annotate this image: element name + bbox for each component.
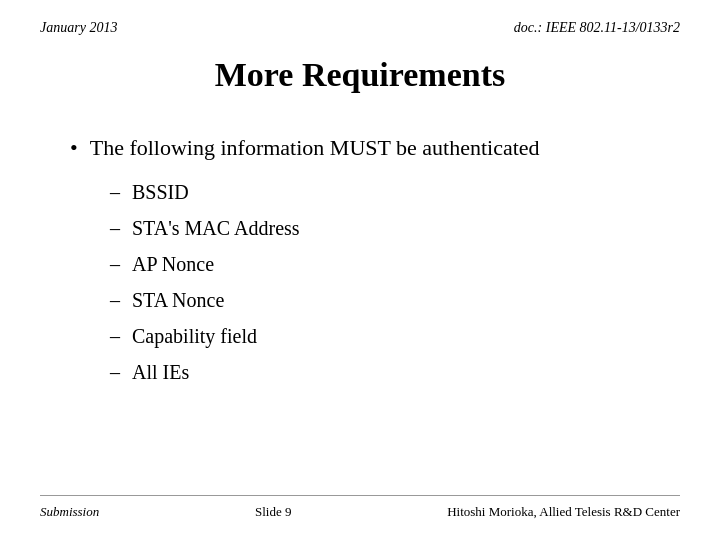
dash-icon: – xyxy=(110,251,120,277)
slide: January 2013 doc.: IEEE 802.11-13/0133r2… xyxy=(0,0,720,540)
footer-author: Hitoshi Morioka, Allied Telesis R&D Cent… xyxy=(447,504,680,520)
dash-icon: – xyxy=(110,359,120,385)
main-bullet-text: The following information MUST be authen… xyxy=(90,134,540,163)
sub-bullet-text-1: BSSID xyxy=(132,179,189,205)
list-item: – STA's MAC Address xyxy=(110,215,680,241)
sub-bullets-list: – BSSID – STA's MAC Address – AP Nonce –… xyxy=(110,179,680,385)
bullet-dot: • xyxy=(70,134,78,163)
dash-icon: – xyxy=(110,215,120,241)
dash-icon: – xyxy=(110,179,120,205)
list-item: – All IEs xyxy=(110,359,680,385)
list-item: – STA Nonce xyxy=(110,287,680,313)
list-item: – BSSID xyxy=(110,179,680,205)
dash-icon: – xyxy=(110,287,120,313)
main-bullet: • The following information MUST be auth… xyxy=(70,134,680,163)
sub-bullet-text-6: All IEs xyxy=(132,359,189,385)
content: • The following information MUST be auth… xyxy=(40,124,680,495)
slide-title: More Requirements xyxy=(40,56,680,94)
sub-bullet-text-4: STA Nonce xyxy=(132,287,224,313)
footer: Submission Slide 9 Hitoshi Morioka, Alli… xyxy=(40,495,680,520)
title-section: More Requirements xyxy=(40,56,680,94)
footer-slide-number: Slide 9 xyxy=(255,504,291,520)
sub-bullet-text-3: AP Nonce xyxy=(132,251,214,277)
footer-submission: Submission xyxy=(40,504,99,520)
header: January 2013 doc.: IEEE 802.11-13/0133r2 xyxy=(40,20,680,36)
sub-bullet-text-2: STA's MAC Address xyxy=(132,215,300,241)
header-date: January 2013 xyxy=(40,20,117,36)
header-doc: doc.: IEEE 802.11-13/0133r2 xyxy=(514,20,680,36)
list-item: – AP Nonce xyxy=(110,251,680,277)
sub-bullet-text-5: Capability field xyxy=(132,323,257,349)
dash-icon: – xyxy=(110,323,120,349)
list-item: – Capability field xyxy=(110,323,680,349)
